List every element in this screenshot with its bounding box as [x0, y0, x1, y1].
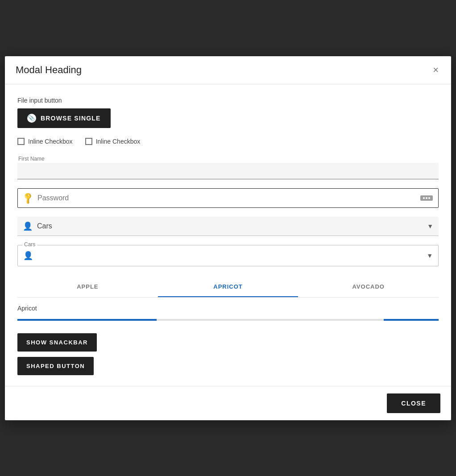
modal-header: Modal Heading ×	[5, 56, 451, 84]
browse-single-button[interactable]: 📎 BROWSE SINGLE	[17, 108, 111, 128]
key-icon: 🔑	[21, 191, 35, 205]
cars-select-outlined-wrapper: Cars 👤 Toyota Honda Ford ▼	[17, 245, 439, 266]
password-field-wrapper: 🔑	[17, 188, 439, 208]
dot-1	[423, 197, 425, 199]
modal-overlay: Modal Heading × File input button 📎 BROW…	[0, 0, 456, 476]
password-input[interactable]	[37, 194, 416, 202]
checkbox-row: Inline Checkbox Inline Checkbox	[17, 138, 439, 145]
password-toggle-button[interactable]	[420, 195, 433, 201]
modal-body: File input button 📎 BROWSE SINGLE Inline…	[5, 84, 451, 386]
cars-outlined-inner: 👤 Toyota Honda Ford ▼	[18, 245, 438, 266]
progress-bar-3	[384, 319, 439, 321]
modal: Modal Heading × File input button 📎 BROW…	[5, 56, 451, 420]
browse-button-label: BROWSE SINGLE	[41, 115, 101, 122]
cars-outlined-label: Cars	[22, 241, 37, 248]
progress-bars	[17, 319, 439, 321]
progress-bar-1	[17, 319, 157, 321]
tab-content-apricot: Apricot	[17, 305, 439, 312]
tab-apricot[interactable]: APRICOT	[158, 277, 298, 297]
checkbox-item-2[interactable]: Inline Checkbox	[85, 138, 141, 145]
cars-select-flat-wrapper[interactable]: 👤 Cars Toyota Honda Ford ▼	[17, 217, 439, 236]
dot-2	[426, 197, 427, 199]
modal-footer: CLOSE	[5, 386, 451, 420]
tabs-wrapper: APPLE APRICOT AVOCADO	[17, 277, 439, 298]
paperclip-icon: 📎	[27, 114, 36, 123]
checkbox-label-2: Inline Checkbox	[96, 138, 141, 145]
modal-title: Modal Heading	[16, 64, 82, 76]
tab-avocado[interactable]: AVOCADO	[298, 277, 439, 297]
checkbox-item-1[interactable]: Inline Checkbox	[17, 138, 73, 145]
checkbox-label-1: Inline Checkbox	[28, 138, 73, 145]
chevron-down-icon-2: ▼	[427, 252, 433, 259]
checkbox-1[interactable]	[17, 138, 25, 145]
file-input-label: File input button	[17, 97, 439, 104]
first-name-label: First Name	[17, 156, 439, 162]
action-buttons: SHOW SNACKBAR SHAPED BUTTON	[17, 333, 439, 375]
first-name-field-wrapper: First Name	[17, 156, 439, 179]
person-icon-1: 👤	[23, 221, 33, 231]
person-icon-2: 👤	[23, 251, 33, 261]
cars-select-outlined[interactable]: Toyota Honda Ford	[37, 252, 422, 259]
chevron-down-icon-1: ▼	[427, 223, 433, 230]
modal-close-icon-button[interactable]: ×	[431, 63, 440, 77]
tabs-list: APPLE APRICOT AVOCADO	[17, 277, 439, 297]
dot-3	[428, 197, 430, 199]
checkbox-2[interactable]	[85, 138, 92, 145]
cars-select-flat[interactable]: Cars Toyota Honda Ford	[37, 222, 423, 230]
first-name-input[interactable]	[17, 163, 439, 179]
tab-apple[interactable]: APPLE	[17, 277, 158, 297]
show-snackbar-button[interactable]: SHOW SNACKBAR	[17, 333, 97, 352]
close-button[interactable]: CLOSE	[387, 393, 440, 413]
progress-bar-2	[157, 319, 384, 321]
shaped-button[interactable]: SHAPED BUTTON	[17, 357, 94, 375]
